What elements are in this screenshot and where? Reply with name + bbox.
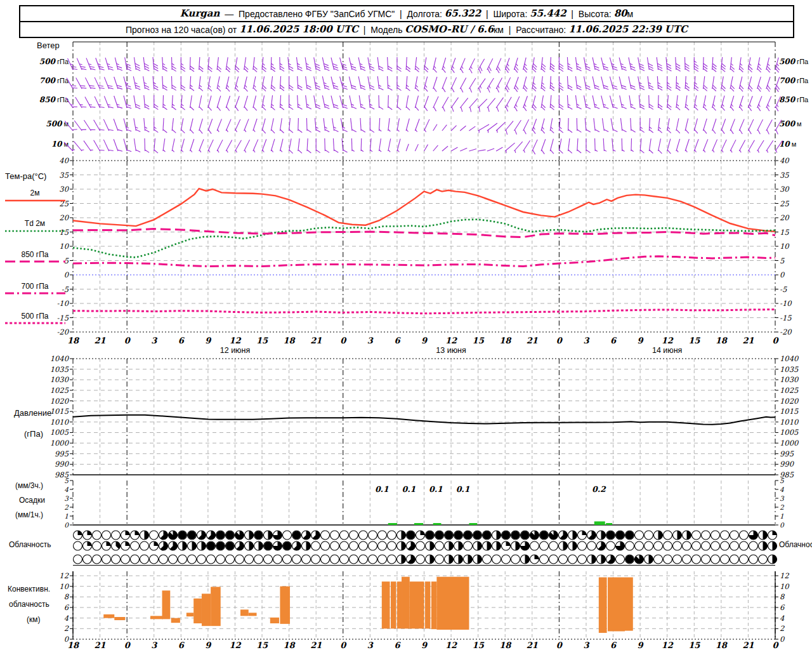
- axis-tick-label: -15: [780, 314, 792, 322]
- cloud-row: [74, 531, 777, 540]
- convective-cloud-bar: [171, 618, 180, 623]
- precip-value-label: 0.1: [402, 484, 416, 494]
- axis-tick-label: 12: [662, 336, 674, 345]
- axis-tick-label: 18: [67, 336, 80, 345]
- meteogram-svg: 40403535303025252020151510105500-5-5-10-…: [0, 0, 812, 650]
- axis-tick-label: 20: [780, 213, 790, 222]
- axis-tick-label: 8: [780, 592, 785, 601]
- axis-tick-label: 21: [310, 336, 322, 345]
- axis-tick-label: 0: [772, 640, 779, 650]
- axis-tick-label: 0: [556, 336, 563, 345]
- axis-tick-label: 18: [499, 640, 512, 650]
- axis-tick-label: 6: [610, 336, 617, 345]
- convective-cloud-bar: [150, 616, 163, 619]
- axis-tick-label: 2: [64, 503, 69, 511]
- convective-cloud-bar: [382, 581, 390, 628]
- axis-tick-label: 40: [780, 156, 790, 165]
- axis-tick-label: 25: [780, 199, 789, 208]
- axis-tick-label: 15: [688, 640, 700, 650]
- axis-tick-label: 8: [64, 592, 70, 601]
- precip-value-label: 0.1: [456, 484, 470, 494]
- precip-bar: [433, 523, 442, 525]
- axis-tick-label: 9: [421, 336, 428, 345]
- axis-tick-label: 15: [473, 640, 485, 650]
- axis-tick-label: 1025: [50, 386, 69, 395]
- axis-tick-label: 15: [780, 228, 789, 237]
- convective-panel: [103, 577, 633, 633]
- axis-tick-label: 3: [583, 640, 589, 650]
- axis-tick-label: 18: [284, 640, 296, 650]
- wind-barb-panel: [64, 57, 783, 154]
- axis-tick-label: -20: [56, 328, 69, 336]
- axis-tick-label: 1035: [780, 365, 799, 374]
- axis-tick-label: 6: [780, 603, 785, 612]
- axis-tick-label: 35: [59, 171, 69, 180]
- axis-tick-label: 4: [780, 614, 785, 623]
- precip-bar: [414, 523, 423, 525]
- axis-tick-label: 15: [688, 336, 700, 345]
- axis-tick-label: 3: [780, 494, 785, 502]
- precip-bar: [606, 523, 612, 525]
- axis-tick-label: 1030: [50, 375, 70, 384]
- convective-cloud-bar: [625, 578, 633, 631]
- axis-tick-label: -10: [56, 299, 69, 308]
- date-label: 13 июня: [436, 346, 466, 355]
- axis-tick-label: 2: [780, 503, 785, 511]
- axis-tick-label: 2: [780, 624, 785, 633]
- axis-tick-label: 12: [445, 336, 457, 345]
- convective-cloud-bar: [270, 618, 279, 623]
- convective-cloud-bar: [436, 577, 469, 630]
- convective-cloud-bar: [202, 594, 211, 626]
- convective-cloud-bar: [431, 581, 437, 629]
- convective-cloud-bar: [608, 578, 625, 632]
- convective-cloud-bar: [402, 577, 410, 629]
- axis-tick-label: 4: [64, 486, 69, 493]
- axis-tick-label: 1005: [780, 428, 799, 437]
- axis-tick-label: 6: [64, 603, 70, 612]
- axis-tick-label: 40: [59, 156, 69, 165]
- axis-tick-label: 0: [340, 336, 347, 345]
- axis-tick-label: 18: [499, 336, 512, 345]
- axis-tick-label: 4: [780, 486, 784, 493]
- axis-tick-label: 6: [394, 640, 401, 650]
- axis-tick-label: 0: [780, 270, 785, 279]
- axis-tick-label: 9: [205, 336, 212, 345]
- axis-tick-label: 0: [124, 640, 131, 650]
- axis-tick-label: 995: [55, 449, 69, 458]
- axis-tick-label: 1040: [780, 354, 799, 363]
- wind-barb-row: [64, 138, 783, 154]
- axis-tick-label: 2: [64, 624, 69, 633]
- axis-tick-label: 0: [340, 640, 347, 650]
- axis-tick-label: 6: [178, 336, 185, 345]
- axis-tick-label: 21: [527, 336, 538, 345]
- axis-tick-label: 1000: [780, 439, 799, 448]
- axis-tick-label: 1000: [50, 439, 70, 448]
- axis-tick-label: 1: [64, 512, 69, 520]
- axis-tick-label: -5: [62, 285, 69, 294]
- axis-tick-label: 9: [205, 640, 212, 650]
- axis-tick-label: 12: [59, 571, 69, 580]
- axis-tick-label: 18: [284, 336, 296, 345]
- axis-tick-label: 6: [610, 640, 617, 650]
- convective-cloud-bar: [249, 613, 257, 616]
- convective-cloud-bar: [240, 609, 249, 616]
- axis-tick-label: 1040: [50, 354, 70, 363]
- axis-tick-label: 1020: [50, 397, 70, 406]
- axis-tick-label: 5: [64, 477, 69, 484]
- axis-tick-label: 21: [742, 640, 754, 650]
- convective-cloud-bar: [187, 613, 193, 616]
- axis-tick-label: -5: [780, 285, 787, 294]
- axis-tick-label: 15: [59, 228, 69, 237]
- axis-tick-label: 0: [64, 270, 70, 279]
- axis-tick-label: 12: [662, 640, 674, 650]
- cloud-row: [74, 555, 777, 564]
- axis-tick-label: 1020: [780, 397, 799, 406]
- axis-tick-label: 990: [55, 460, 70, 468]
- axis-tick-label: 0: [556, 640, 563, 650]
- axis-tick-label: 12: [229, 336, 241, 345]
- axis-tick-label: 3: [367, 640, 374, 650]
- axis-tick-label: 3: [367, 336, 374, 345]
- wind-barb-row: [66, 95, 781, 112]
- axis-tick-label: 12: [445, 640, 457, 650]
- axis-tick-label: 21: [310, 640, 322, 650]
